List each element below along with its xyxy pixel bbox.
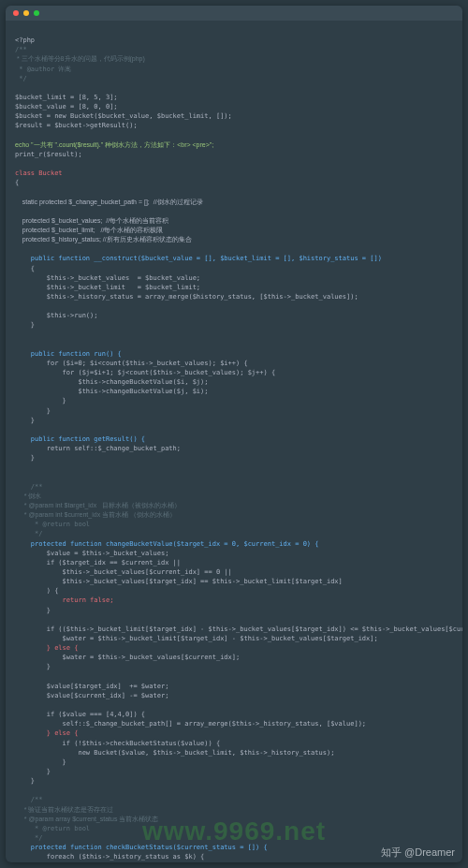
code-line: * @param int $current_idx 当前水桶 （倒水的水桶）: [15, 511, 176, 518]
code-line: protected $_history_status; //所有历史水桶容积状态…: [15, 236, 192, 243]
code-line: if (($this->_bucket_limit[$target_idx] -…: [15, 625, 462, 633]
code-line: protected $_bucket_values; //每个水桶的当前容积: [15, 217, 168, 224]
maximize-icon[interactable]: [34, 10, 39, 16]
code-line: */: [15, 75, 27, 82]
code-line: return self::$_change_bucket_path;: [15, 445, 181, 452]
code-line: public function run() {: [15, 350, 122, 358]
code-line: $this->changeBucketValue($i, $j);: [15, 378, 209, 386]
code-line: return false;: [15, 596, 113, 604]
code-line: ) {: [15, 587, 58, 595]
code-line: $this->run();: [15, 312, 98, 319]
code-line: */: [15, 834, 43, 842]
code-line: $bucket = new Bucket($bucket_value, $buc…: [15, 112, 232, 120]
code-line: echo "一共有 ".count($result)." 种倒水方法，方法如下：…: [15, 141, 213, 148]
code-line: $water = $this->_bucket_limit[$target_id…: [15, 635, 378, 642]
code-line: $value = $this->_bucket_values;: [15, 550, 168, 557]
code-line: * @author 许嵩: [15, 66, 71, 73]
code-line: <?php: [15, 37, 35, 44]
code-line: */: [15, 530, 43, 537]
code-line: * 倒水: [15, 493, 41, 499]
code-line: $value[$current_idx] -= $water;: [15, 692, 168, 699]
code-line: protected function changeBucketValue($ta…: [15, 540, 319, 548]
code-line: }: [15, 407, 51, 415]
attribution-text: 知乎 @Dreamer: [381, 846, 455, 861]
code-line: if ($value === [4,4,0]) {: [15, 711, 145, 718]
code-line: } else {: [15, 729, 78, 737]
code-line: }: [15, 758, 66, 766]
code-line: }: [15, 397, 66, 405]
code-line: {: [15, 179, 19, 186]
code-line: $bucket_value = [8, 0, 0];: [15, 103, 118, 110]
code-line: $this->_bucket_values[$target_idx] == $t…: [15, 578, 343, 585]
code-line: foreach ($this->_history_status as $k) {: [15, 853, 204, 861]
code-line: $water = $this->_bucket_values[$current_…: [15, 654, 240, 661]
code-line: {: [15, 265, 35, 272]
code-line: } else {: [15, 644, 78, 652]
code-line: $this->_bucket_limit = $bucket_limit;: [15, 284, 200, 291]
code-line: * 验证当前水桶状态是否存在过: [15, 806, 113, 813]
code-line: /**: [15, 46, 27, 53]
code-line: /**: [15, 796, 43, 803]
code-line: static protected $_change_bucket_path = …: [15, 199, 203, 205]
code-line: public function __construct($bucket_valu…: [15, 255, 382, 262]
code-line: new Bucket($value, $this->_bucket_limit,…: [15, 749, 334, 757]
code-line: self::$_change_bucket_path[] = array_mer…: [15, 720, 366, 728]
code-line: $bucket_limit = [8, 5, 3];: [15, 94, 118, 101]
close-icon[interactable]: [13, 10, 19, 16]
code-line: for ($j=$i+1; $j<count($this->_bucket_va…: [15, 369, 275, 376]
code-line: * @param int $target_idx 目标水桶（被倒水的水桶）: [15, 502, 181, 508]
code-line: if (!$this->checkBucketStatus($value)) {: [15, 740, 220, 747]
code-line: }: [15, 663, 51, 670]
code-line: * @return bool: [15, 521, 90, 528]
minimize-icon[interactable]: [23, 10, 29, 16]
code-line: * @return bool: [15, 825, 90, 832]
code-line: * @param array $current_status 当前水桶状态: [15, 816, 158, 822]
code-window: <?php /** * 三个水桶等分8升水的问题，代码示例(php) * @au…: [6, 6, 462, 862]
code-line: $result = $bucket->getResult();: [15, 122, 138, 129]
code-line: class Bucket: [15, 169, 63, 177]
code-line: * 三个水桶等分8升水的问题，代码示例(php): [15, 55, 145, 62]
code-line: /**: [15, 483, 43, 491]
code-line: }: [15, 768, 51, 775]
code-line: for ($i=0; $i<count($this->_bucket_value…: [15, 360, 248, 367]
code-line: if ($target_idx == $current_idx ||: [15, 559, 181, 566]
code-line: $this->changeBucketValue($j, $i);: [15, 388, 209, 395]
code-line: $this->_bucket_values[$current_idx] == 0…: [15, 568, 232, 576]
code-line: }: [15, 321, 35, 329]
code-line: $this->_bucket_values = $bucket_value;: [15, 274, 200, 282]
code-line: public function getResult() {: [15, 435, 145, 443]
code-line: }: [15, 417, 35, 424]
code-line: protected function checkBucketStatus($cu…: [15, 844, 268, 851]
code-line: $value[$target_idx] += $water;: [15, 683, 168, 690]
code-line: protected $_bucket_limit; //每个水桶的容积极限: [15, 227, 163, 233]
code-line: }: [15, 777, 35, 785]
code-line: $this->_history_status = array_merge($hi…: [15, 293, 358, 301]
code-line: }: [15, 454, 35, 462]
code-line: }: [15, 607, 51, 614]
code-line: print_r($result);: [15, 151, 82, 158]
titlebar: [6, 6, 462, 21]
code-block: <?php /** * 三个水桶等分8升水的问题，代码示例(php) * @au…: [6, 21, 462, 862]
